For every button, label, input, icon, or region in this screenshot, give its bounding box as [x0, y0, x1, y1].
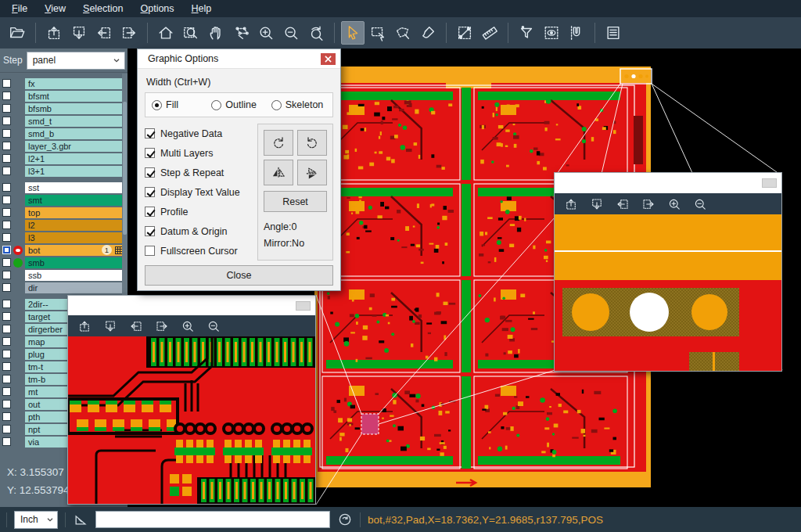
layer-row-dir[interactable]: dir [2, 282, 125, 293]
snap-magnet-button[interactable] [565, 21, 588, 45]
zoom-window-button[interactable] [179, 21, 203, 45]
close-button[interactable]: Close [145, 265, 333, 286]
layer-name[interactable]: layer_3.gbr [25, 141, 125, 152]
layer-checkbox[interactable] [2, 167, 11, 175]
layer-name[interactable]: sst [25, 182, 125, 193]
measure-ruler-button[interactable] [478, 21, 501, 45]
layer-row-smb[interactable]: smb [2, 257, 125, 268]
layer-name[interactable]: smd_b [25, 128, 125, 139]
layer-name[interactable]: l2+1 [25, 153, 125, 164]
layer-name[interactable]: smd_t [25, 116, 125, 127]
layer-checkbox[interactable] [2, 117, 11, 125]
layer-row-bfsmt[interactable]: bfsmt [2, 90, 125, 102]
layer-name[interactable]: smt [25, 195, 125, 206]
layer-row-fx[interactable]: fx [2, 77, 125, 89]
open-file-button[interactable] [5, 21, 29, 45]
window-button[interactable] [762, 178, 777, 188]
zoom-in-button[interactable] [667, 197, 681, 211]
layer-name[interactable]: bfsmt [25, 91, 125, 102]
zoom-object-button[interactable] [229, 21, 253, 45]
checkbox-icon[interactable] [145, 226, 155, 236]
layer-row-l3[interactable]: l3 [2, 232, 125, 243]
layer-checkbox[interactable] [2, 154, 11, 163]
layer-checkbox[interactable] [2, 412, 11, 421]
layer-checkbox[interactable] [2, 129, 11, 138]
layer-checkbox[interactable] [2, 221, 11, 229]
layer-checkbox[interactable] [2, 312, 11, 321]
home-button[interactable] [154, 21, 178, 45]
flip-vertical-button[interactable] [297, 160, 327, 185]
checkbox-profile[interactable]: Profile [145, 202, 253, 221]
menu-item-view[interactable]: View [36, 2, 74, 16]
layer-checkbox[interactable] [2, 300, 11, 308]
zoom-in-button[interactable] [254, 21, 278, 45]
layer-row-bfsmb[interactable]: bfsmb [2, 102, 125, 114]
pan-down-button[interactable] [590, 197, 604, 211]
zoom-window-bottom-titlebar[interactable] [68, 296, 315, 315]
layer-name[interactable]: l3 [25, 232, 125, 243]
zoom-window-right-titlebar[interactable] [555, 173, 781, 193]
view-options-button[interactable] [540, 21, 563, 45]
layer-checkbox[interactable] [2, 258, 11, 267]
select-cursor-button[interactable] [341, 21, 365, 45]
layer-row-sst[interactable]: sst [2, 182, 125, 193]
layer-name[interactable]: top [25, 207, 125, 218]
layer-name[interactable]: smb [25, 257, 125, 268]
layer-checkbox[interactable] [2, 92, 11, 100]
pan-left-button[interactable] [616, 197, 630, 211]
pan-right-button[interactable] [155, 319, 169, 333]
checkbox-fullscreen-cursor[interactable]: Fullscreen Cursor [145, 241, 253, 261]
layer-row-top[interactable]: top [2, 207, 125, 218]
layer-name[interactable]: dir [25, 282, 125, 293]
pan-down-button[interactable] [103, 319, 117, 333]
zoom-window-right-content[interactable] [555, 214, 781, 371]
checkbox-step-repeat[interactable]: Step & Repeat [145, 163, 253, 182]
checkbox-icon[interactable] [145, 246, 155, 256]
zoom-window-bottom[interactable] [67, 295, 316, 505]
unit-dropdown[interactable]: Inch [14, 511, 58, 529]
layer-row-l2[interactable]: l2 [2, 219, 125, 231]
menu-item-help[interactable]: Help [183, 2, 221, 16]
layer-row-l3+1[interactable]: l3+1 [2, 165, 125, 177]
layer-checkbox[interactable] [2, 283, 11, 292]
select-polygon-button[interactable] [391, 21, 415, 45]
layer-checkbox[interactable] [2, 196, 11, 204]
pan-hand-button[interactable] [204, 21, 228, 45]
radio-fill[interactable]: Fill [152, 99, 207, 110]
dialog-titlebar[interactable]: Graphic Options [138, 49, 340, 69]
pan-right-button[interactable] [641, 197, 656, 211]
refresh-circle-icon[interactable] [337, 512, 353, 527]
layer-checkbox[interactable] [2, 271, 11, 279]
layer-checkbox[interactable] [2, 325, 11, 333]
layer-checkbox[interactable] [2, 437, 11, 446]
layer-checkbox[interactable] [2, 400, 11, 408]
menu-item-options[interactable]: Options [131, 2, 182, 16]
measure-line-button[interactable] [453, 21, 476, 45]
corner-angle-icon[interactable] [73, 512, 88, 527]
layer-name[interactable]: fx [25, 78, 125, 89]
layer-row-bot[interactable]: bot1 [2, 244, 125, 256]
layer-row-smd_b[interactable]: smd_b [2, 128, 125, 139]
layer-checkbox[interactable] [2, 350, 11, 358]
layer-name[interactable]: ssb [25, 270, 125, 281]
zoom-previous-button[interactable] [304, 21, 328, 45]
layer-name[interactable]: bot1 [25, 245, 125, 256]
checkbox-datum-origin[interactable]: Datum & Origin [145, 221, 253, 241]
rotate-ccw-button[interactable] [297, 130, 327, 156]
pan-left-button[interactable] [92, 21, 116, 45]
layer-checkbox[interactable] [2, 233, 11, 242]
scrollbar-thumb[interactable] [123, 102, 127, 235]
layer-checkbox[interactable] [2, 337, 11, 346]
checkbox-icon[interactable] [145, 128, 155, 138]
zoom-in-button[interactable] [181, 319, 195, 333]
zoom-window-bottom-content[interactable] [68, 336, 315, 504]
pan-up-button[interactable] [77, 319, 92, 333]
layer-row-layer_3.gbr[interactable]: layer_3.gbr [2, 140, 125, 152]
pan-down-button[interactable] [67, 21, 91, 45]
layer-checkbox[interactable] [2, 362, 11, 371]
layer-row-smt[interactable]: smt [2, 194, 125, 206]
zoom-out-button[interactable] [279, 21, 303, 45]
pan-right-button[interactable] [117, 21, 141, 45]
checkbox-icon[interactable] [145, 148, 155, 158]
layer-row-ssb[interactable]: ssb [2, 269, 125, 281]
